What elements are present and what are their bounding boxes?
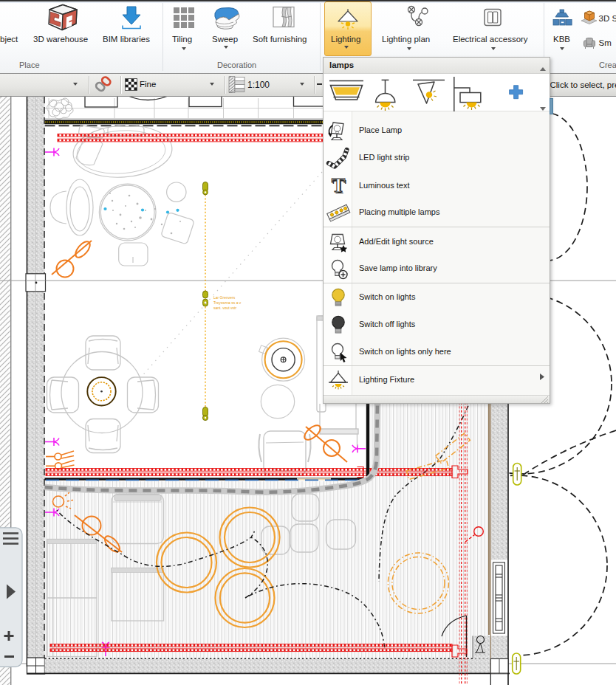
svg-text:Lar Grenvers: Lar Grenvers — [213, 295, 236, 300]
svg-text:T: T — [332, 173, 346, 196]
svg-text:Treysszna ss a v: Treysszna ss a v — [213, 300, 242, 305]
svg-text:sant. vout vstr: sant. vout vstr — [213, 306, 236, 310]
